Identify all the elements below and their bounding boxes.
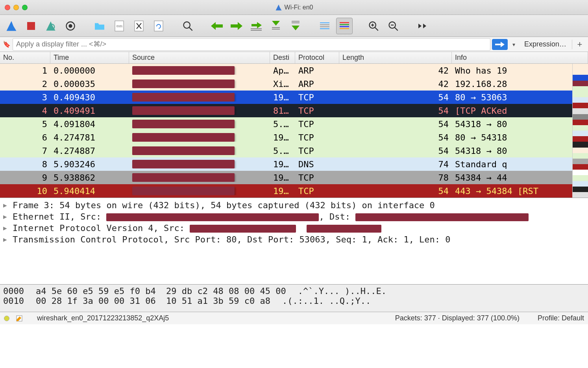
app-icon	[275, 4, 282, 11]
detail-frame[interactable]: ▶Frame 3: 54 bytes on wire (432 bits), 5…	[0, 200, 588, 211]
packet-row[interactable]: 20.000035Xi…ARP42192.168.28	[0, 77, 588, 91]
expand-icon[interactable]: ▶	[3, 236, 9, 243]
svg-point-2	[68, 24, 72, 28]
capture-file-label: wireshark_en0_20171223213852_q2XAj5	[37, 314, 169, 322]
reload-file-button[interactable]	[150, 18, 167, 34]
display-filter-input[interactable]	[13, 38, 490, 51]
packet-row[interactable]: 95.93886219…TCP7854384 → 44	[0, 171, 588, 184]
svg-rect-10	[251, 30, 262, 31]
detail-ip[interactable]: ▶Internet Protocol Version 4, Src:	[0, 222, 588, 234]
edit-icon[interactable]	[16, 315, 23, 322]
packet-row[interactable]: 64.27478119…TCP5480 → 54318	[0, 131, 588, 144]
main-toolbar: 0101	[0, 15, 588, 37]
svg-point-7	[184, 22, 190, 28]
svg-rect-19	[340, 22, 349, 23]
column-destination[interactable]: Desti	[270, 52, 295, 63]
svg-line-8	[189, 27, 192, 30]
svg-rect-6	[154, 21, 163, 31]
find-button[interactable]	[179, 18, 196, 34]
colorize-button[interactable]	[336, 18, 353, 34]
column-length[interactable]: Length	[339, 52, 452, 63]
apply-filter-button[interactable]	[492, 39, 508, 50]
packet-row[interactable]: 10.000000Ap…ARP42Who has 19	[0, 64, 588, 77]
svg-rect-15	[320, 22, 329, 23]
goto-last-button[interactable]	[287, 18, 304, 34]
packet-list-header: No. Time Source Desti Protocol Length In…	[0, 52, 588, 64]
goto-first-button[interactable]	[268, 18, 284, 34]
detail-ethernet[interactable]: ▶Ethernet II, Src: , Dst:	[0, 211, 588, 222]
column-source[interactable]: Source	[129, 52, 270, 63]
column-time[interactable]: Time	[50, 52, 129, 63]
svg-rect-13	[292, 21, 300, 22]
svg-rect-16	[320, 24, 329, 25]
packet-minimap[interactable]	[572, 64, 588, 198]
packet-row[interactable]: 30.40943019…TCP5480 → 53063	[0, 91, 588, 104]
svg-rect-9	[251, 28, 262, 29]
bookmark-icon[interactable]: 🔖	[2, 40, 11, 49]
expand-icon[interactable]: ▶	[3, 224, 9, 232]
svg-text:0101: 0101	[116, 25, 123, 28]
column-info[interactable]: Info	[452, 52, 588, 63]
expression-button[interactable]: Expression…	[520, 40, 570, 48]
filter-toolbar: 🔖 ▾ Expression… +	[0, 37, 588, 52]
profile-label[interactable]: Profile: Default	[538, 314, 584, 322]
restart-capture-button[interactable]	[43, 18, 59, 34]
svg-rect-22	[340, 28, 349, 29]
svg-rect-21	[340, 26, 349, 27]
packet-bytes[interactable]: 0000a4 5e 60 e5 59 e5 f0 b4 29 db c2 48 …	[0, 284, 588, 312]
svg-rect-14	[292, 22, 300, 23]
packet-row[interactable]: 40.40949181…TCP54[TCP ACKed	[0, 104, 588, 117]
forward-button[interactable]	[228, 18, 245, 34]
goto-packet-button[interactable]	[248, 18, 264, 34]
shark-fin-icon[interactable]	[3, 18, 20, 34]
svg-line-28	[395, 27, 398, 30]
options-button[interactable]	[62, 18, 79, 34]
filter-history-dropdown[interactable]: ▾	[509, 39, 519, 50]
svg-rect-12	[272, 29, 280, 30]
detail-tcp[interactable]: ▶Transmission Control Protocol, Src Port…	[0, 234, 588, 245]
packet-row[interactable]: 74.2748875.…TCP5454318 → 80	[0, 144, 588, 157]
packet-row[interactable]: 54.0918045.…TCP5454318 → 80	[0, 117, 588, 131]
save-file-button[interactable]: 0101	[111, 18, 128, 34]
status-bar: wireshark_en0_20171223213852_q2XAj5 Pack…	[0, 312, 588, 324]
open-file-button[interactable]	[91, 18, 108, 34]
hex-row[interactable]: 0000a4 5e 60 e5 59 e5 f0 b4 29 db c2 48 …	[3, 286, 585, 296]
window-title: Wi-Fi: en0	[285, 4, 313, 11]
zoom-out-button[interactable]	[385, 18, 401, 34]
svg-rect-0	[27, 22, 35, 30]
expand-icon[interactable]: ▶	[3, 202, 9, 209]
svg-rect-20	[340, 24, 349, 25]
autoscroll-button[interactable]	[316, 18, 333, 34]
packet-row[interactable]: 105.94041419…TCP54443 → 54384 [RST	[0, 184, 588, 198]
expand-icon[interactable]: ▶	[3, 213, 9, 220]
svg-rect-11	[272, 27, 280, 28]
add-filter-button[interactable]: +	[574, 39, 586, 50]
column-no[interactable]: No.	[0, 52, 50, 63]
column-protocol[interactable]: Protocol	[295, 52, 339, 63]
more-button[interactable]	[414, 18, 431, 34]
window-titlebar: Wi-Fi: en0	[0, 0, 588, 15]
packet-stats: Packets: 377 · Displayed: 377 (100.0%)	[395, 314, 520, 322]
svg-line-24	[375, 27, 378, 30]
back-button[interactable]	[209, 18, 225, 34]
expert-info-icon[interactable]	[4, 316, 9, 321]
svg-rect-17	[320, 26, 329, 27]
zoom-in-button[interactable]	[365, 18, 382, 34]
packet-list[interactable]: 10.000000Ap…ARP42Who has 1920.000035Xi…A…	[0, 64, 588, 198]
packet-row[interactable]: 85.90324619…DNS74Standard q	[0, 157, 588, 171]
close-file-button[interactable]	[131, 18, 147, 34]
stop-capture-button[interactable]	[23, 18, 39, 34]
packet-details[interactable]: ▶Frame 3: 54 bytes on wire (432 bits), 5…	[0, 198, 588, 284]
svg-rect-18	[320, 28, 329, 29]
hex-row[interactable]: 001000 28 1f 3a 00 00 31 06 10 51 a1 3b …	[3, 296, 585, 306]
